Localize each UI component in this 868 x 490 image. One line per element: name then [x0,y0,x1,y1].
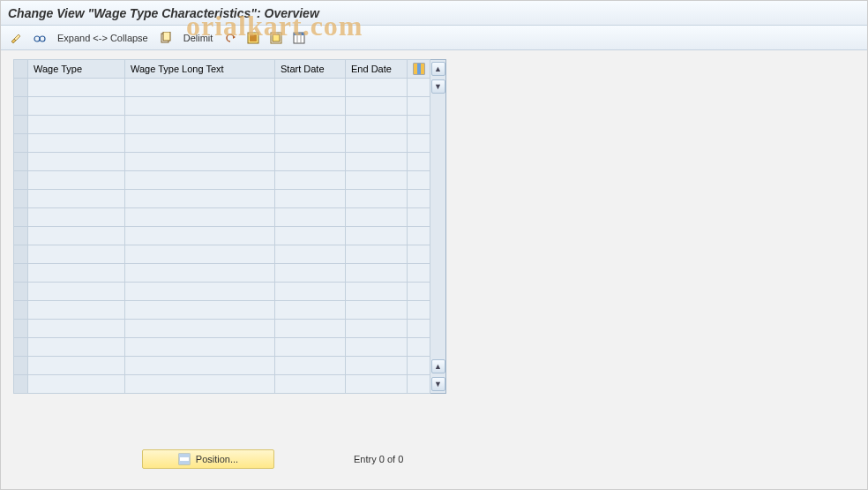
chevron-down-icon: ▼ [434,380,442,388]
scroll-up-button[interactable]: ▲ [431,62,445,76]
undo-icon [224,32,236,44]
other-view-button[interactable] [29,29,50,47]
col-end-date[interactable]: End Date [346,60,408,79]
svg-rect-16 [421,64,424,74]
table-row[interactable] [14,208,430,227]
svg-point-1 [40,36,45,41]
svg-rect-4 [163,32,170,41]
wage-type-table[interactable]: Wage Type Wage Type Long Text Start Date… [13,59,430,394]
scroll-down-button-2[interactable]: ▼ [431,377,445,391]
row-selector-header[interactable] [14,60,28,79]
table-container: Wage Type Wage Type Long Text Start Date… [13,59,867,394]
content-area: Wage Type Wage Type Long Text Start Date… [1,50,867,394]
position-icon [178,453,191,465]
svg-rect-19 [179,461,190,464]
configure-columns-icon [413,63,425,75]
entry-status: Entry 0 of 0 [354,454,403,464]
glasses-icon [34,32,46,44]
table-row[interactable] [14,245,430,264]
col-wage-type[interactable]: Wage Type [28,60,125,79]
table-row[interactable] [14,97,430,116]
chevron-down-icon: ▼ [434,82,442,91]
svg-point-0 [34,36,40,41]
expand-collapse-button[interactable]: Expand <-> Collapse [52,33,153,43]
toggle-display-change-button[interactable] [6,29,27,47]
table-row[interactable] [14,153,430,171]
table-settings-button[interactable] [288,29,310,47]
footer: Position... Entry 0 of 0 [1,447,867,471]
position-button[interactable]: Position... [142,449,274,469]
table-row[interactable] [14,264,430,283]
table-row[interactable] [14,79,430,97]
position-label: Position... [196,454,238,464]
table-settings-icon [293,32,305,44]
select-all-icon [247,32,259,44]
svg-rect-18 [179,454,190,457]
app-window: orialkart.com Change View "Wage Type Cha… [0,0,868,490]
svg-rect-15 [417,64,421,74]
vertical-scrollbar[interactable]: ▲ ▼ ▲ ▼ [430,59,446,394]
delimit-button[interactable]: Delimit [178,33,219,43]
deselect-all-icon [270,32,282,44]
table-row[interactable] [14,357,430,375]
undo-button[interactable] [220,29,241,47]
toolbar: Expand <-> Collapse Delimit [1,26,867,50]
table-header-row: Wage Type Wage Type Long Text Start Date… [14,60,430,79]
chevron-up-icon: ▲ [434,64,442,73]
scroll-down-button[interactable]: ▼ [431,79,445,94]
col-wage-type-long-text[interactable]: Wage Type Long Text [125,60,275,79]
table-row[interactable] [14,375,430,394]
copy-icon [160,32,172,44]
table-row[interactable] [14,338,430,357]
table-row[interactable] [14,227,430,245]
table-row[interactable] [14,283,430,301]
chevron-up-icon: ▲ [434,362,442,371]
select-all-button[interactable] [243,29,264,47]
configure-columns-button[interactable] [408,60,430,79]
table-row[interactable] [14,190,430,208]
svg-rect-14 [414,64,417,74]
table-row[interactable] [14,116,430,134]
view-title: Change View "Wage Type Characteristics":… [1,1,867,26]
copy-as-button[interactable] [155,29,176,47]
svg-rect-6 [250,34,257,41]
table-row[interactable] [14,320,430,338]
table-row[interactable] [14,171,430,190]
col-start-date[interactable]: Start Date [275,60,346,79]
table-body [14,79,430,394]
table-row[interactable] [14,301,430,320]
svg-rect-8 [273,34,280,41]
deselect-all-button[interactable] [266,29,287,47]
svg-rect-10 [294,33,304,35]
table-row[interactable] [14,134,430,153]
pencil-glasses-icon [11,32,23,44]
scroll-up-button-2[interactable]: ▲ [431,359,445,373]
